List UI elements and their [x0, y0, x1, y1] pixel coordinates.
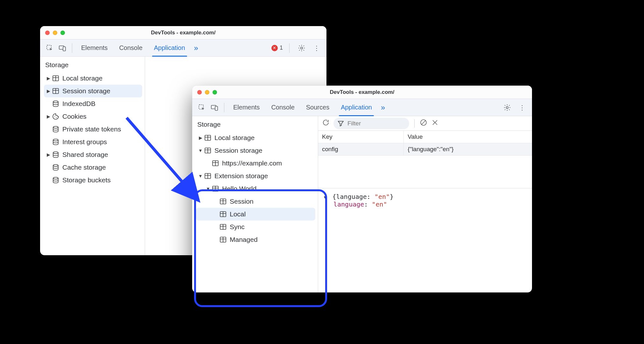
- col-value[interactable]: Value: [404, 131, 532, 143]
- window-title: DevTools - example.com/: [45, 30, 321, 36]
- filter-text[interactable]: [347, 120, 404, 127]
- more-tabs-icon[interactable]: »: [192, 44, 201, 53]
- kebab-menu-icon[interactable]: ⋮: [311, 42, 323, 54]
- clear-all-icon[interactable]: [420, 119, 427, 128]
- table-empty-area: [318, 156, 532, 188]
- disclosure-triangle-icon[interactable]: ▼: [324, 195, 326, 200]
- table-icon: [52, 88, 60, 95]
- database-icon: [52, 126, 60, 133]
- tabstrip: Elements Console Sources Application » ⋮: [192, 99, 532, 116]
- svg-point-8: [56, 117, 57, 118]
- settings-icon[interactable]: [501, 102, 513, 113]
- tab-sources[interactable]: Sources: [301, 99, 334, 116]
- tree-session-storage-label: Session storage: [214, 147, 262, 154]
- table-row[interactable]: config {"language":"en"}: [318, 143, 532, 156]
- tab-application[interactable]: Application: [336, 99, 377, 116]
- storage-table: Key Value config {"language":"en"}: [318, 131, 532, 156]
- panel-body: Storage ▶ Local storage ▼ Session storag…: [192, 116, 532, 292]
- viewer-prop[interactable]: language: "en": [333, 200, 526, 208]
- inspect-element-icon[interactable]: [196, 102, 207, 113]
- summary-pre: {language:: [332, 193, 374, 200]
- svg-point-3: [301, 47, 303, 49]
- svg-point-14: [53, 177, 58, 179]
- tree-ext-managed[interactable]: ▶ Managed: [196, 233, 315, 246]
- toolbar-right: 1 ⋮: [271, 42, 323, 54]
- tab-elements[interactable]: Elements: [228, 99, 265, 116]
- delete-icon[interactable]: [431, 119, 439, 128]
- table-icon: [211, 185, 220, 192]
- viewer-summary[interactable]: ▼ {language: "en"}: [324, 193, 526, 200]
- tree-cookies[interactable]: ▶ Cookies: [44, 110, 142, 123]
- tree-extension-storage-label: Extension storage: [214, 172, 268, 180]
- filter-input[interactable]: [333, 118, 409, 129]
- window-close-icon[interactable]: [45, 31, 50, 35]
- cookie-icon: [52, 113, 60, 120]
- tree-extension-storage[interactable]: ▼ Extension storage: [196, 170, 315, 182]
- tree-private-state-tokens[interactable]: ▶ Private state tokens: [44, 123, 142, 136]
- tab-sources-label: Sources: [306, 104, 329, 111]
- toolbar-divider: [72, 43, 72, 53]
- tree-interest-groups[interactable]: ▶ Interest groups: [44, 136, 142, 148]
- svg-point-7: [54, 116, 55, 117]
- tab-application[interactable]: Application: [149, 39, 190, 57]
- tree-ext-local[interactable]: ▶ Local: [196, 208, 315, 221]
- kebab-menu-icon[interactable]: ⋮: [517, 102, 528, 113]
- window-zoom-icon[interactable]: [213, 90, 217, 95]
- tree-ext-session[interactable]: ▶ Session: [196, 195, 315, 208]
- tree-indexeddb-label: IndexedDB: [62, 100, 95, 108]
- toolbar-divider: [224, 103, 224, 112]
- tree-ext-managed-label: Managed: [230, 236, 258, 243]
- tab-elements[interactable]: Elements: [76, 39, 113, 57]
- tree-local-storage[interactable]: ▶ Local storage: [196, 131, 315, 144]
- toolbar-right: ⋮: [501, 102, 528, 113]
- tree-session-origin[interactable]: ▶ https://example.com: [196, 157, 315, 170]
- window-minimize-icon[interactable]: [53, 31, 57, 35]
- tree-ext-sync[interactable]: ▶ Sync: [196, 221, 315, 233]
- funnel-icon: [337, 120, 344, 127]
- settings-icon[interactable]: [296, 42, 307, 54]
- cell-key: config: [318, 143, 404, 156]
- error-badge[interactable]: 1: [271, 45, 283, 51]
- refresh-icon[interactable]: [322, 119, 330, 128]
- svg-point-10: [53, 126, 58, 128]
- window-close-icon[interactable]: [197, 90, 202, 95]
- tree-storage-buckets[interactable]: ▶ Storage buckets: [44, 174, 142, 186]
- tab-application-label: Application: [154, 44, 185, 52]
- table-icon: [219, 236, 227, 243]
- tree-indexeddb[interactable]: ▶ IndexedDB: [44, 97, 142, 110]
- tree-ext-local-label: Local: [230, 210, 246, 218]
- storage-tree: ▶ Local storage ▶ Session storage ▶ Inde…: [44, 72, 142, 186]
- database-icon: [52, 151, 60, 158]
- tree-cookies-label: Cookies: [62, 113, 87, 120]
- content-toolbar: [318, 116, 532, 131]
- device-toolbar-icon[interactable]: [209, 102, 220, 113]
- window-zoom-icon[interactable]: [60, 31, 65, 35]
- tree-session-storage[interactable]: ▼ Session storage: [196, 144, 315, 157]
- more-tabs-icon[interactable]: »: [378, 103, 388, 112]
- tree-session-storage[interactable]: ▶ Session storage: [44, 85, 142, 97]
- tree-ext-name[interactable]: ▼ Hello World: [196, 182, 315, 195]
- tree-local-storage[interactable]: ▶ Local storage: [44, 72, 142, 85]
- traffic-lights: [197, 90, 217, 95]
- inspect-element-icon[interactable]: [44, 42, 55, 54]
- tab-console[interactable]: Console: [266, 99, 299, 116]
- window-minimize-icon[interactable]: [205, 90, 209, 95]
- tab-elements-label: Elements: [81, 44, 108, 52]
- table-icon: [52, 75, 60, 82]
- database-icon: [52, 100, 60, 107]
- table-icon: [204, 134, 212, 141]
- table-icon: [219, 223, 227, 230]
- summary-post: }: [390, 193, 394, 200]
- tree-shared-storage[interactable]: ▶ Shared storage: [44, 148, 142, 161]
- device-toolbar-icon[interactable]: [57, 42, 68, 54]
- tab-console[interactable]: Console: [114, 39, 147, 57]
- tab-application-label: Application: [341, 104, 372, 111]
- col-key[interactable]: Key: [318, 131, 404, 143]
- tree-interest-groups-label: Interest groups: [62, 138, 107, 146]
- tree-cache-storage-label: Cache storage: [62, 164, 106, 171]
- database-icon: [52, 164, 60, 171]
- tree-cache-storage[interactable]: ▶ Cache storage: [44, 161, 142, 174]
- object-viewer: ▼ {language: "en"} language: "en": [318, 188, 532, 213]
- database-icon: [52, 138, 60, 145]
- window-title: DevTools - example.com/: [197, 89, 527, 95]
